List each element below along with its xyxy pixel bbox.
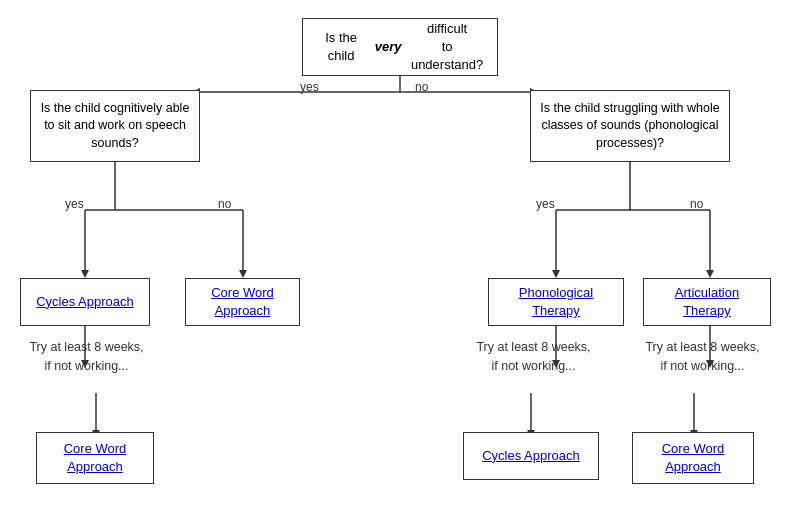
articulation-therapy-box[interactable]: Articulation Therapy <box>643 278 771 326</box>
core-word-link-1[interactable]: Core Word Approach <box>194 284 291 320</box>
core-word-approach-box-1[interactable]: Core Word Approach <box>185 278 300 326</box>
try-text-3: Try at least 8 weeks,if not working... <box>630 338 775 376</box>
yes-label-phon: yes <box>536 197 555 211</box>
core-word-approach-box-2[interactable]: Core WordApproach <box>36 432 154 484</box>
core-word-approach-box-3[interactable]: Core WordApproach <box>632 432 754 484</box>
root-question-box: Is the child very difficultto understand… <box>302 18 498 76</box>
cycles-approach-link-2[interactable]: Cycles Approach <box>482 447 580 465</box>
core-word-link-2[interactable]: Core WordApproach <box>64 440 127 476</box>
svg-marker-11 <box>239 270 247 278</box>
no-label-phon: no <box>690 197 703 211</box>
cycles-approach-box[interactable]: Cycles Approach <box>20 278 150 326</box>
svg-marker-15 <box>552 270 560 278</box>
no-label-cog: no <box>218 197 231 211</box>
no-label-root: no <box>415 80 428 94</box>
flowchart: Is the child very difficultto understand… <box>0 0 800 507</box>
svg-marker-9 <box>81 270 89 278</box>
cognitive-question-box: Is the child cognitively able to sit and… <box>30 90 200 162</box>
yes-label-cog: yes <box>65 197 84 211</box>
cycles-approach-link[interactable]: Cycles Approach <box>36 293 134 311</box>
cycles-approach-box-2[interactable]: Cycles Approach <box>463 432 599 480</box>
svg-marker-17 <box>706 270 714 278</box>
arrows-svg <box>0 0 800 507</box>
core-word-link-3[interactable]: Core WordApproach <box>662 440 725 476</box>
phonological-therapy-box[interactable]: Phonological Therapy <box>488 278 624 326</box>
phonological-question-box: Is the child struggling with whole class… <box>530 90 730 162</box>
articulation-therapy-link[interactable]: Articulation Therapy <box>652 284 762 320</box>
try-text-1: Try at least 8 weeks,if not working... <box>14 338 159 376</box>
try-text-2: Try at least 8 weeks,if not working... <box>456 338 611 376</box>
phonological-therapy-link[interactable]: Phonological Therapy <box>497 284 615 320</box>
yes-label-root: yes <box>300 80 319 94</box>
